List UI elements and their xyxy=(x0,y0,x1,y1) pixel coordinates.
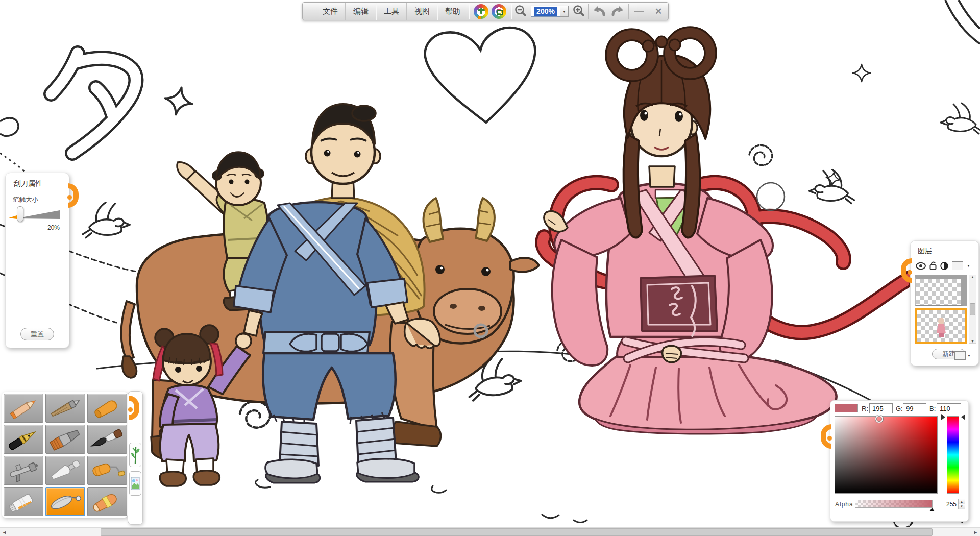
sparkle-icon xyxy=(853,64,870,82)
alpha-spinbox[interactable]: 255 ▲ ▼ xyxy=(942,499,965,509)
slider-thumb[interactable] xyxy=(17,206,23,222)
menu-file[interactable]: 文件 xyxy=(315,3,346,20)
hue-marker-right[interactable] xyxy=(961,414,965,420)
flat-brush-icon xyxy=(47,427,83,452)
blend-halfcircle-icon[interactable] xyxy=(940,262,948,270)
close-button[interactable]: ✕ xyxy=(649,3,668,20)
hue-marker-left[interactable] xyxy=(941,414,945,420)
mascot-face-icon[interactable] xyxy=(474,4,488,19)
tool-palette-knife[interactable] xyxy=(45,456,85,485)
mascot-swirl-icon[interactable] xyxy=(492,4,506,19)
wood-pen-icon xyxy=(47,396,83,421)
tool-pencil[interactable] xyxy=(4,394,43,423)
sparkle-icon xyxy=(825,170,841,187)
dove-outline xyxy=(941,103,980,134)
b-input[interactable] xyxy=(937,403,961,413)
alpha-label: Alpha xyxy=(835,501,853,508)
zoom-dropdown-caret[interactable]: ▼ xyxy=(560,6,569,17)
palette-side-rail xyxy=(128,391,143,525)
menu-edit[interactable]: 编辑 xyxy=(346,3,376,20)
layers-panel: 图层 ≡ ▼ ▲ ▼ 新建 ≡ ▼ xyxy=(910,240,979,366)
scroll-up-arrow[interactable]: ▲ xyxy=(971,275,974,279)
fountain-pen-icon xyxy=(6,427,41,452)
tool-crayon[interactable] xyxy=(87,394,127,423)
tool-fountain-pen[interactable] xyxy=(4,425,43,454)
visibility-eye-icon[interactable] xyxy=(916,262,926,270)
watermark-character-strokes xyxy=(51,53,136,153)
scroll-left-arrow[interactable]: ◄ xyxy=(0,528,9,536)
brush-size-slider[interactable] xyxy=(9,208,65,222)
crayon-icon xyxy=(89,396,125,421)
spinner-up-arrow[interactable]: ▲ xyxy=(959,499,965,504)
g-input[interactable] xyxy=(903,403,926,413)
b-label: B: xyxy=(929,405,936,412)
color-picker-panel: R: G: B: Alpha 255 ▲ ▼ xyxy=(830,400,969,522)
undo-icon xyxy=(592,5,606,17)
layer-list-scrollbar[interactable]: ▲ ▼ xyxy=(969,275,976,344)
tool-ink-brush[interactable] xyxy=(87,425,127,454)
zoom-in-button[interactable] xyxy=(570,3,587,20)
menu-view[interactable]: 视图 xyxy=(407,3,437,20)
menu-tools[interactable]: 工具 xyxy=(376,3,407,20)
scraper-icon xyxy=(47,490,83,514)
swirl-doodle xyxy=(240,401,270,428)
tool-paint-tube[interactable] xyxy=(4,487,43,516)
redo-button[interactable] xyxy=(608,3,628,20)
scraper-properties-panel: 刮刀属性 笔触大小 20% 重置 xyxy=(5,173,69,348)
lock-icon[interactable] xyxy=(929,261,937,270)
layer-menu-caret[interactable]: ▼ xyxy=(967,264,970,267)
zoom-out-button[interactable] xyxy=(512,3,529,20)
zoom-level-input[interactable]: 200% xyxy=(531,6,560,17)
bamboo-tool-button[interactable] xyxy=(129,443,141,467)
brush-size-label: 笔触大小 xyxy=(13,196,38,204)
panel-title: 刮刀属性 xyxy=(14,179,42,188)
separator xyxy=(511,4,511,19)
layer-options-caret[interactable]: ▼ xyxy=(967,354,971,357)
scroll-right-arrow[interactable]: ► xyxy=(971,528,980,536)
app-window: 文件 编辑 工具 视图 帮助 200% ▼ xyxy=(0,0,980,536)
scroll-down-arrow[interactable]: ▼ xyxy=(971,339,974,343)
separator xyxy=(588,4,589,19)
palette-knife-icon xyxy=(47,458,83,483)
zoom-level-control: 200% ▼ xyxy=(531,6,569,17)
ink-brush-icon xyxy=(89,427,125,452)
tool-paint-roller[interactable] xyxy=(87,456,127,485)
panel-title: 图层 xyxy=(918,247,932,256)
scrollbar-thumb[interactable] xyxy=(970,303,975,315)
r-input[interactable] xyxy=(869,403,893,413)
tool-scraper-selected[interactable] xyxy=(45,487,85,516)
saturation-value-field[interactable] xyxy=(835,416,938,494)
palette-collapse-handle[interactable] xyxy=(129,396,139,420)
airbrush-icon xyxy=(6,458,41,483)
tool-airbrush[interactable] xyxy=(4,456,43,485)
sv-cursor-ring[interactable] xyxy=(875,415,883,423)
minimize-button[interactable]: — xyxy=(629,3,649,20)
undo-button[interactable] xyxy=(589,3,608,20)
alpha-slider-marker[interactable] xyxy=(929,508,935,511)
layer-menu-button[interactable]: ≡ xyxy=(952,261,963,270)
horizontal-scrollbar[interactable]: ◄ ► xyxy=(0,527,980,536)
brush-size-value: 20% xyxy=(47,224,60,231)
scrollbar-thumb[interactable] xyxy=(101,528,933,536)
weaver-girl-figure xyxy=(543,27,921,434)
reset-button[interactable]: 重置 xyxy=(20,328,54,340)
tool-flat-brush[interactable] xyxy=(45,425,85,454)
layer-thumbnail-2-active[interactable] xyxy=(915,308,967,344)
spinner-down-arrow[interactable]: ▼ xyxy=(959,504,965,509)
hue-bar[interactable] xyxy=(947,416,959,494)
color-swatch xyxy=(835,404,858,412)
separator xyxy=(628,4,629,19)
pencil-icon xyxy=(6,396,41,421)
layer2-preview xyxy=(917,310,965,342)
tool-crayon-band[interactable] xyxy=(87,487,127,516)
picture-icon xyxy=(131,477,140,490)
layer-thumbnail-1[interactable] xyxy=(915,275,967,306)
layer-options-button[interactable]: ≡ xyxy=(954,351,966,360)
menu-help[interactable]: 帮助 xyxy=(437,3,468,20)
tool-wood-pen[interactable] xyxy=(45,394,85,423)
stamp-picture-button[interactable] xyxy=(129,471,141,496)
alpha-slider[interactable] xyxy=(855,500,933,508)
redo-icon xyxy=(611,5,625,17)
dove-outline xyxy=(83,203,130,238)
paint-tube-icon xyxy=(6,490,41,514)
